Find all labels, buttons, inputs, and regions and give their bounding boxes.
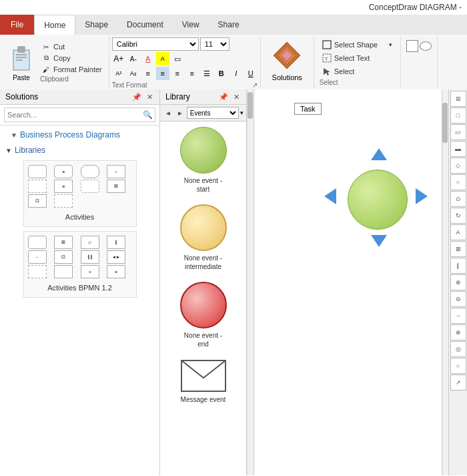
- font-family-select[interactable]: Calibri: [112, 37, 199, 51]
- message-event-item[interactable]: Message event: [163, 356, 244, 407]
- cut-icon: ✂: [41, 42, 51, 51]
- rt-btn-18[interactable]: ↗: [450, 375, 466, 391]
- rt-btn-8[interactable]: ↻: [450, 208, 466, 224]
- right-toolbar: ⊞ □ ▭ ▬ ◇ ○ ⊙ ↻ A ⊠ ∥ ⊕ ⊖ → ⊗ ◎ ○ ↗: [448, 89, 467, 475]
- activities-bpmn-library-label: Activities BPMN 1.2: [47, 282, 112, 293]
- highlight-button[interactable]: A: [156, 52, 169, 65]
- canvas-scroll-thumb[interactable]: [442, 103, 448, 143]
- rt-btn-3[interactable]: ▭: [450, 124, 466, 140]
- pin-library-button[interactable]: 📌: [217, 93, 229, 101]
- libraries-header[interactable]: ▼ Libraries: [5, 144, 154, 156]
- subscript-button[interactable]: A₂: [127, 67, 140, 80]
- rect-shape-btn[interactable]: [406, 40, 418, 52]
- rt-btn-1[interactable]: ⊞: [450, 91, 466, 107]
- none-event-intermediate-item[interactable]: None event -intermediate: [163, 202, 244, 274]
- canvas-scrollbar[interactable]: [442, 89, 448, 475]
- align-center-button[interactable]: ≡: [156, 67, 169, 80]
- rt-btn-17[interactable]: ○: [450, 358, 466, 374]
- rt-btn-15[interactable]: ⊗: [450, 324, 466, 340]
- select-button[interactable]: Select: [320, 65, 395, 77]
- border-button[interactable]: ▭: [171, 52, 184, 65]
- main-circle-shape[interactable]: [348, 170, 408, 230]
- bpd-tree-item[interactable]: ▼ Business Process Diagrams: [0, 128, 159, 142]
- tab-share[interactable]: Share: [209, 15, 249, 35]
- category-dropdown-arrow[interactable]: ▾: [240, 109, 244, 116]
- select-shape-button[interactable]: Select Shape ▾: [320, 39, 395, 51]
- font-color-button[interactable]: A: [141, 52, 155, 65]
- rt-btn-13[interactable]: ⊖: [450, 291, 466, 307]
- tab-document[interactable]: Document: [117, 15, 173, 35]
- none-event-end-item[interactable]: None event -end: [163, 279, 244, 351]
- tab-file[interactable]: File: [0, 15, 34, 35]
- svg-rect-8: [323, 41, 331, 49]
- category-select[interactable]: Events: [187, 107, 239, 119]
- activities-bpmn-library-thumb[interactable]: ⊞ ○ ∥ ~ ⊡ ∥∥ ◄► ⊙ ⊛ Activities BPMN 1.2: [23, 231, 137, 298]
- canvas-area[interactable]: Task: [254, 89, 448, 475]
- align-left-button[interactable]: ≡: [141, 67, 155, 80]
- text-format-expand[interactable]: ↗: [252, 81, 258, 89]
- nav-back-button[interactable]: ◄: [163, 109, 173, 117]
- solutions-content: ▼ Business Process Diagrams ▼ Libraries …: [0, 126, 159, 475]
- rt-btn-9[interactable]: A: [450, 224, 466, 240]
- svg-rect-2: [16, 54, 27, 55]
- tab-view[interactable]: View: [173, 15, 209, 35]
- font-shrink-button[interactable]: A-: [127, 52, 140, 65]
- paste-label: Paste: [13, 74, 30, 81]
- rt-btn-16[interactable]: ◎: [450, 341, 466, 357]
- select-text-icon: T: [322, 53, 332, 63]
- rt-btn-6[interactable]: ○: [450, 174, 466, 190]
- solutions-search-input[interactable]: [4, 107, 155, 122]
- search-icon[interactable]: 🔍: [143, 110, 153, 120]
- library-scrollbar[interactable]: [247, 89, 254, 475]
- bold-button[interactable]: B: [215, 67, 228, 80]
- solutions-label: Solutions: [272, 73, 302, 81]
- clipboard-sub: ✂ Cut ⧉ Copy 🖌 Format Painter Clipboard: [40, 41, 103, 83]
- justify-button[interactable]: ≡: [185, 67, 199, 80]
- select-group: Select Shape ▾ T Select Text Select Sele…: [314, 36, 401, 88]
- tab-home[interactable]: Home: [34, 15, 75, 35]
- arrow-left[interactable]: [324, 188, 336, 204]
- tab-shape[interactable]: Shape: [75, 15, 117, 35]
- close-library-button[interactable]: ✕: [232, 93, 241, 101]
- select-icon: [322, 67, 332, 76]
- arrow-down[interactable]: [371, 235, 387, 247]
- arrow-right[interactable]: [416, 188, 428, 204]
- paste-button[interactable]: Paste: [5, 42, 37, 83]
- rt-btn-14[interactable]: →: [450, 308, 466, 324]
- font-size-select[interactable]: 11: [200, 37, 229, 51]
- library-panel: Library 📌 ✕ ◄ ► Events ▾ None event -sta…: [160, 89, 247, 475]
- rt-btn-7[interactable]: ⊙: [450, 191, 466, 207]
- message-event-label: Message event: [181, 395, 226, 404]
- font-grow-button[interactable]: A+: [112, 52, 125, 65]
- cut-button[interactable]: ✂ Cut: [40, 41, 103, 52]
- align-right-button[interactable]: ≡: [171, 67, 184, 80]
- rt-btn-10[interactable]: ⊠: [450, 241, 466, 257]
- svg-rect-1: [17, 46, 25, 53]
- arrow-up[interactable]: [371, 148, 387, 160]
- svg-marker-11: [324, 68, 330, 75]
- superscript-button[interactable]: A²: [112, 67, 125, 80]
- library-scroll-thumb[interactable]: [248, 92, 253, 119]
- select-text-button[interactable]: T Select Text: [320, 52, 395, 64]
- rt-btn-4[interactable]: ▬: [450, 141, 466, 157]
- solutions-button[interactable]: Solutions: [261, 36, 314, 88]
- format-painter-button[interactable]: 🖌 Format Painter: [40, 64, 103, 75]
- none-event-intermediate-shape: [180, 204, 227, 251]
- task-label[interactable]: Task: [294, 103, 322, 115]
- none-event-start-item[interactable]: None event -start: [163, 124, 244, 196]
- search-box: 🔍: [0, 105, 159, 126]
- nav-forward-button[interactable]: ►: [175, 109, 185, 117]
- rt-btn-2[interactable]: □: [450, 107, 466, 124]
- line-spacing-button[interactable]: ☰: [200, 67, 213, 80]
- select-shape-dropdown[interactable]: ▾: [389, 41, 392, 48]
- italic-button[interactable]: I: [229, 67, 243, 80]
- rt-btn-11[interactable]: ∥: [450, 258, 466, 274]
- close-solutions-button[interactable]: ✕: [145, 93, 154, 101]
- oval-shape-btn[interactable]: [420, 41, 432, 51]
- copy-button[interactable]: ⧉ Copy: [40, 53, 103, 63]
- rt-btn-12[interactable]: ⊕: [450, 274, 466, 290]
- pin-solutions-button[interactable]: 📌: [131, 93, 143, 101]
- rt-btn-5[interactable]: ◇: [450, 158, 466, 174]
- activities-library-thumb[interactable]: ≡ ~ ≡ ⊞ ⊡ Activities: [23, 160, 137, 227]
- underline-button[interactable]: U: [244, 67, 258, 80]
